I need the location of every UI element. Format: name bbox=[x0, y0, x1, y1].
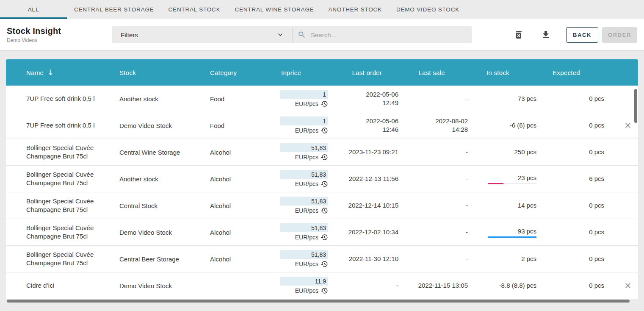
filters-dropdown[interactable]: Filters bbox=[112, 26, 292, 43]
tab-all[interactable]: ALL bbox=[0, 0, 67, 19]
search-box bbox=[292, 26, 472, 43]
clear-row-button[interactable] bbox=[622, 280, 634, 292]
history-icon[interactable] bbox=[321, 180, 328, 188]
inprice-input[interactable]: 51,83 bbox=[280, 223, 328, 232]
table-row: 7UP Free soft drink 0,5 l Demo Video Sto… bbox=[6, 112, 638, 139]
cell-inprice: 51,83 EUR/pcs bbox=[281, 170, 335, 188]
history-icon[interactable] bbox=[321, 100, 328, 108]
search-input[interactable] bbox=[310, 31, 467, 39]
tab-central-stock[interactable]: CENTRAL STOCK bbox=[161, 0, 228, 19]
cell-stock: Demo Video Stock bbox=[119, 282, 210, 289]
cell-last-order: 2022-12-02 10:34 bbox=[335, 228, 412, 236]
cell-name: 7UP Free soft drink 0,5 l bbox=[6, 94, 119, 103]
cell-last-order: 2022-12-14 10:15 bbox=[335, 201, 412, 210]
history-icon[interactable] bbox=[321, 207, 328, 214]
cell-category: Alcohol bbox=[210, 202, 281, 209]
cell-expected: 0 pcs bbox=[550, 281, 617, 290]
tab-another-stock[interactable]: ANOTHER STOCK bbox=[321, 0, 389, 19]
in-stock-input[interactable]: 23 pcs bbox=[518, 174, 536, 182]
cell-name: 7UP Free soft drink 0,5 l bbox=[6, 121, 119, 130]
column-header-last-order[interactable]: Last order bbox=[335, 69, 412, 76]
cell-in-stock: 14 pcs bbox=[481, 201, 550, 210]
cell-inprice: 51,83 EUR/pcs bbox=[281, 223, 335, 241]
cell-expected: 0 pcs bbox=[550, 121, 617, 130]
cell-in-stock: -6 (6) pcs bbox=[481, 121, 550, 130]
cell-last-sale: 2022-11-15 13:05 bbox=[412, 281, 481, 290]
cell-stock: Central Stock bbox=[119, 202, 210, 209]
in-stock-input[interactable]: 93 pcs bbox=[518, 227, 536, 236]
horizontal-scrollbar bbox=[6, 299, 638, 303]
inprice-input[interactable]: 1 bbox=[280, 117, 328, 125]
tab-label: DEMO VIDEO STOCK bbox=[396, 6, 459, 13]
inprice-unit: EUR/pcs bbox=[295, 180, 318, 187]
column-header-category[interactable]: Category bbox=[210, 69, 281, 76]
cell-last-order: - bbox=[335, 281, 412, 290]
clear-row-button[interactable] bbox=[622, 119, 634, 131]
table-row: Bollinger Special Cuvée Champagne Brut 7… bbox=[6, 246, 638, 272]
column-header-inprice[interactable]: Inprice bbox=[281, 69, 335, 76]
warehouse-tabs: ALL CENTRAL BEER STORAGE CENTRAL STOCK C… bbox=[0, 0, 644, 19]
stock-table: Name ↓ Stock Category Inprice Last order… bbox=[6, 59, 638, 303]
back-button[interactable]: BACK bbox=[566, 27, 598, 43]
cell-name: Bollinger Special Cuvée Champagne Brut 7… bbox=[6, 224, 119, 241]
cell-last-sale: 2022-08-02 14:28 bbox=[412, 117, 481, 134]
table-row: Cidre d'Ici Demo Video Stock 11,9 EUR/pc… bbox=[6, 272, 638, 299]
cell-stock: Central Beer Storage bbox=[119, 255, 210, 263]
download-button[interactable] bbox=[540, 29, 552, 41]
tab-demo-video-stock[interactable]: DEMO VIDEO STOCK bbox=[389, 0, 467, 19]
cell-in-stock: 23 pcs bbox=[481, 174, 550, 184]
cell-inprice: 1 EUR/pcs bbox=[281, 117, 335, 134]
title-block: Stock Insight Demo Videos bbox=[7, 26, 112, 43]
cell-inprice: 51,83 EUR/pcs bbox=[281, 197, 335, 214]
inprice-unit: EUR/pcs bbox=[295, 287, 318, 294]
column-header-last-sale[interactable]: Last sale bbox=[412, 69, 481, 76]
cell-stock: Central Wine Storage bbox=[119, 149, 210, 156]
column-header-name[interactable]: Name ↓ bbox=[6, 69, 119, 76]
history-icon[interactable] bbox=[321, 153, 328, 161]
inprice-unit: EUR/pcs bbox=[295, 100, 318, 107]
inprice-input[interactable]: 1 bbox=[280, 90, 328, 99]
cell-expected: 0 pcs bbox=[550, 94, 617, 103]
page-title: Stock Insight bbox=[7, 26, 112, 36]
inprice-input[interactable]: 51,83 bbox=[280, 250, 328, 259]
vertical-scrollbar-thumb[interactable] bbox=[634, 89, 637, 123]
tab-central-beer-storage[interactable]: CENTRAL BEER STORAGE bbox=[67, 0, 161, 19]
inprice-input[interactable]: 51,83 bbox=[280, 170, 328, 179]
history-icon[interactable] bbox=[321, 233, 328, 241]
table-header-row: Name ↓ Stock Category Inprice Last order… bbox=[6, 59, 638, 86]
cell-expected: 0 pcs bbox=[550, 148, 617, 156]
inprice-unit: EUR/pcs bbox=[295, 207, 318, 214]
close-icon bbox=[624, 121, 632, 130]
inprice-input[interactable]: 11,9 bbox=[280, 277, 328, 286]
cell-category: Alcohol bbox=[210, 229, 281, 236]
column-header-expected[interactable]: Expected bbox=[550, 69, 617, 76]
inprice-unit: EUR/pcs bbox=[295, 154, 318, 161]
cell-stock: Demo Video Stock bbox=[119, 122, 210, 129]
cell-last-order: 2022-12-13 11:56 bbox=[335, 175, 412, 183]
stock-insight-app: ALL CENTRAL BEER STORAGE CENTRAL STOCK C… bbox=[0, 0, 644, 303]
cell-inprice: 1 EUR/pcs bbox=[281, 90, 335, 108]
cell-in-stock: -8.8 (8.8) pcs bbox=[481, 281, 550, 290]
low-stock-indicator bbox=[488, 183, 536, 184]
order-button[interactable]: ORDER bbox=[602, 27, 637, 43]
history-icon[interactable] bbox=[321, 260, 328, 268]
cell-name: Bollinger Special Cuvée Champagne Brut 7… bbox=[6, 250, 119, 267]
column-header-in-stock[interactable]: In stock bbox=[481, 69, 550, 76]
table-row: Bollinger Special Cuvée Champagne Brut 7… bbox=[6, 192, 638, 219]
close-icon bbox=[624, 281, 632, 290]
horizontal-scrollbar-thumb[interactable] bbox=[7, 300, 630, 303]
inprice-input[interactable]: 51,83 bbox=[280, 143, 328, 152]
cell-actions bbox=[617, 280, 638, 292]
cell-last-sale: - bbox=[412, 228, 481, 236]
cell-name: Cidre d'Ici bbox=[6, 281, 119, 290]
column-header-stock[interactable]: Stock bbox=[119, 69, 210, 76]
cell-category: Alcohol bbox=[210, 175, 281, 183]
delete-button[interactable] bbox=[513, 29, 525, 41]
tab-central-wine-storage[interactable]: CENTRAL WINE STORAGE bbox=[227, 0, 321, 19]
cell-last-sale: - bbox=[412, 94, 481, 103]
inprice-input[interactable]: 51,83 bbox=[280, 197, 328, 205]
toolbar-actions: BACK ORDER bbox=[513, 26, 637, 43]
history-icon[interactable] bbox=[321, 127, 328, 134]
history-icon[interactable] bbox=[321, 287, 328, 294]
cell-last-sale: - bbox=[412, 175, 481, 183]
